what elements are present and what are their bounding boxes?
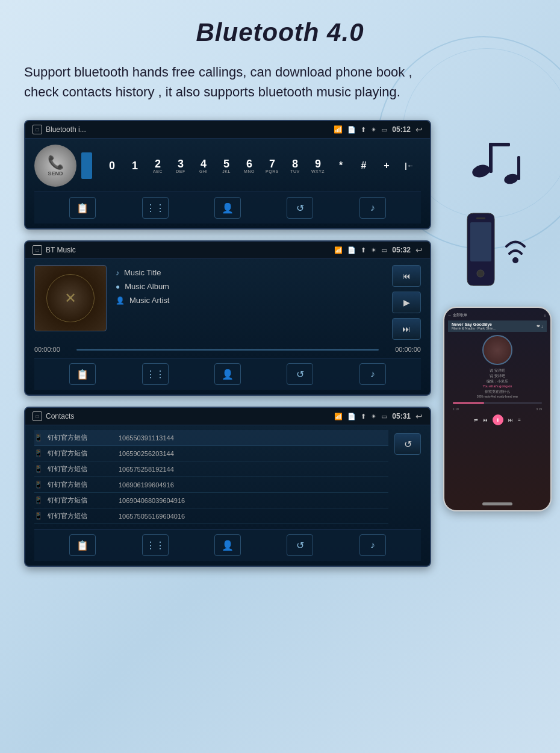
album-art: ✕ — [34, 265, 107, 331]
page-description: Support bluetooth hands free callings, c… — [24, 62, 415, 102]
key-9[interactable]: 9 WXYZ — [306, 158, 329, 173]
music-info: ♪ Music Title ● Music Album 👤 Music Arti… — [116, 265, 383, 305]
phone-mockup: ← 全部歌单 ⋮ Never Say GoodBye Marié & Nadia… — [443, 307, 552, 511]
svg-point-3 — [503, 172, 519, 186]
icons-column: ← 全部歌单 ⋮ Never Say GoodBye Marié & Nadia… — [443, 120, 552, 567]
contacts-back-icon[interactable]: ↩ — [415, 411, 423, 421]
home-icon: □ — [33, 125, 42, 134]
contact-icon-2: 📱 — [34, 465, 43, 473]
music-wifi-icon: 📶 — [334, 246, 343, 254]
svg-point-6 — [477, 270, 484, 277]
contacts-status-time: 05:31 — [392, 412, 411, 420]
album-art-cross: ✕ — [64, 290, 76, 307]
key-1[interactable]: 1 — [123, 160, 146, 171]
key-plus[interactable]: + — [375, 160, 398, 171]
key-0[interactable]: 0 — [101, 160, 123, 171]
music-nav-contacts[interactable]: 👤 — [214, 363, 241, 385]
music-album-label: Music Album — [125, 282, 169, 291]
contact-number-4: 106904068039604916 — [119, 497, 185, 504]
next-button[interactable]: ⏭ — [392, 318, 421, 340]
music-screen-body: ✕ ♪ Music Title ● Music Album — [25, 259, 430, 395]
key-3[interactable]: 3 DEF — [169, 158, 192, 173]
call-input[interactable] — [81, 152, 92, 179]
contacts-nav-music[interactable]: ♪ — [359, 534, 386, 556]
contact-row[interactable]: 📱 钉钉官方短信 106590256203144 — [34, 446, 388, 461]
bt-music-screen: □ BT Music 📶 📄 ⬆ ✴ ▭ 05:32 ↩ — [24, 240, 431, 396]
phone-next-icon[interactable]: ⏭ — [508, 417, 513, 423]
key-hash[interactable]: # — [352, 160, 375, 171]
contact-row[interactable]: 📱 钉钉官方短信 106550391113144 — [34, 430, 388, 446]
call-status-bar: □ Bluetooth i... 📶 📄 ⬆ ✴ ▭ 05:12 ↩ — [25, 121, 430, 139]
key-7[interactable]: 7 PQRS — [261, 158, 284, 173]
call-bottom-nav: 📋 ⋮⋮ 👤 ↺ ♪ — [34, 192, 421, 223]
nav-refresh[interactable]: ↺ — [287, 197, 313, 219]
contacts-bottom-nav: 📋 ⋮⋮ 👤 ↺ ♪ — [34, 529, 421, 561]
time-start: 00:00:00 — [34, 346, 70, 353]
nav-grid[interactable]: ⋮⋮ — [142, 197, 169, 219]
music-nav-grid[interactable]: ⋮⋮ — [142, 363, 169, 385]
contact-row[interactable]: 📱 钉钉官方短信 106904068039604916 — [34, 493, 388, 508]
music-title-label: Music Title — [124, 268, 161, 277]
contact-number-1: 106590256203144 — [119, 450, 174, 457]
contacts-screen-title: Contacts — [46, 412, 74, 420]
music-nav-copy[interactable]: 📋 — [69, 363, 96, 385]
prev-button[interactable]: ⏮ — [392, 265, 421, 287]
contact-icon-5: 📱 — [34, 512, 43, 520]
nav-copy[interactable]: 📋 — [69, 197, 96, 219]
music-usb-icon: ⬆ — [361, 246, 366, 254]
call-screen-body: 📞 SEND 0 1 — [25, 139, 430, 228]
key-5[interactable]: 5 JKL — [215, 158, 238, 173]
contacts-nav-copy[interactable]: 📋 — [69, 534, 96, 556]
main-layout: □ Bluetooth i... 📶 📄 ⬆ ✴ ▭ 05:12 ↩ — [24, 120, 536, 567]
contact-row[interactable]: 📱 钉钉官方短信 106906199604916 — [34, 477, 388, 493]
screens-column: □ Bluetooth i... 📶 📄 ⬆ ✴ ▭ 05:12 ↩ — [24, 120, 431, 567]
contact-icon-3: 📱 — [34, 481, 43, 489]
progress-bar[interactable] — [76, 349, 379, 351]
bluetooth-call-screen: □ Bluetooth i... 📶 📄 ⬆ ✴ ▭ 05:12 ↩ — [24, 120, 431, 230]
key-8[interactable]: 8 TUV — [284, 158, 306, 173]
phone-progress-fill — [453, 402, 484, 404]
key-6[interactable]: 6 MNO — [238, 158, 261, 173]
phone-play-button[interactable]: ⏸ — [493, 414, 503, 425]
contact-name-4: 钉钉官方短信 — [48, 496, 114, 505]
key-star[interactable]: * — [329, 160, 352, 171]
music-doc-icon: 📄 — [347, 246, 356, 254]
artist-icon: 👤 — [116, 296, 125, 305]
contacts-screen: □ Contacts 📶 📄 ⬆ ✴ ▭ 05:31 ↩ — [24, 407, 431, 567]
contact-row[interactable]: 📱 钉钉官方短信 106575055169604016 — [34, 508, 388, 524]
music-nav-music[interactable]: ♪ — [359, 363, 386, 385]
contacts-refresh-button[interactable]: ↺ — [394, 433, 421, 455]
contact-name-0: 钉钉官方短信 — [48, 433, 114, 442]
play-button[interactable]: ▶ — [392, 292, 421, 313]
call-screen-title: Bluetooth i... — [46, 125, 86, 134]
phone-status-bar: ← 全部歌单 ⋮ — [448, 313, 547, 318]
bt-icon: ✴ — [371, 126, 376, 134]
contacts-home-icon: □ — [33, 411, 42, 421]
contact-name-3: 钉钉官方短信 — [48, 480, 114, 489]
phone-list-icon[interactable]: ≡ — [518, 417, 521, 423]
phone-home-bar — [482, 502, 512, 505]
svg-point-0 — [471, 163, 491, 179]
music-back-icon[interactable]: ↩ — [415, 245, 423, 255]
phone-prev-icon[interactable]: ⏮ — [483, 417, 488, 423]
svg-rect-2 — [489, 143, 510, 146]
contact-row[interactable]: 📱 钉钉官方短信 106575258192144 — [34, 461, 388, 477]
contact-name-1: 钉钉官方短信 — [48, 449, 114, 458]
back-icon[interactable]: ↩ — [415, 125, 423, 134]
contacts-nav-refresh[interactable]: ↺ — [287, 534, 313, 556]
doc-icon: 📄 — [347, 126, 356, 134]
contacts-nav-contacts[interactable]: 👤 — [214, 534, 241, 556]
contact-number-3: 106906199604916 — [119, 481, 174, 489]
key-4[interactable]: 4 GHI — [192, 158, 215, 173]
contacts-screen-body: 📱 钉钉官方短信 106550391113144 📱 钉钉官方短信 106590… — [25, 425, 430, 566]
contacts-nav-grid[interactable]: ⋮⋮ — [142, 534, 169, 556]
send-button[interactable]: 📞 SEND — [34, 145, 76, 187]
music-status-time: 05:32 — [392, 246, 411, 254]
nav-music[interactable]: ♪ — [359, 197, 386, 219]
key-backspace[interactable]: |← — [398, 161, 421, 170]
key-2[interactable]: 2 ABC — [146, 158, 169, 173]
phone-shuffle-icon[interactable]: ⇌ — [474, 417, 478, 423]
phone-icon: 📞 — [48, 155, 64, 170]
music-nav-refresh[interactable]: ↺ — [287, 363, 313, 385]
nav-contacts[interactable]: 👤 — [214, 197, 241, 219]
